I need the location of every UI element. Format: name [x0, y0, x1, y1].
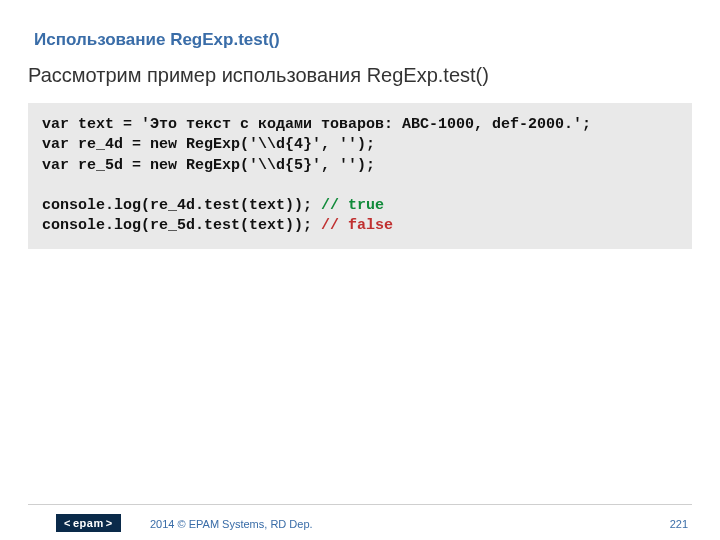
code-line-5-comment: // true [321, 197, 384, 214]
code-block: var text = 'Это текст с кодами товаров: … [28, 103, 692, 249]
code-line-6-code: console.log(re_5d.test(text)); [42, 217, 321, 234]
slide-heading: Использование RegExp.test() [0, 0, 720, 50]
code-line-1: var text = 'Это текст с кодами товаров: … [42, 116, 591, 133]
slide-subheading: Рассмотрим пример использования RegExp.t… [0, 50, 720, 87]
code-line-6-comment: // false [321, 217, 393, 234]
slide-footer: epam 2014 © EPAM Systems, RD Dep. 221 [0, 504, 720, 540]
footer-rule [28, 504, 692, 505]
copyright-text: 2014 © EPAM Systems, RD Dep. [150, 518, 313, 530]
code-line-5-code: console.log(re_4d.test(text)); [42, 197, 321, 214]
code-line-3: var re_5d = new RegExp('\\d{5}', ''); [42, 157, 375, 174]
epam-logo-text: epam [73, 517, 104, 529]
page-number: 221 [670, 518, 688, 530]
epam-logo: epam [56, 514, 121, 532]
code-line-2: var re_4d = new RegExp('\\d{4}', ''); [42, 136, 375, 153]
